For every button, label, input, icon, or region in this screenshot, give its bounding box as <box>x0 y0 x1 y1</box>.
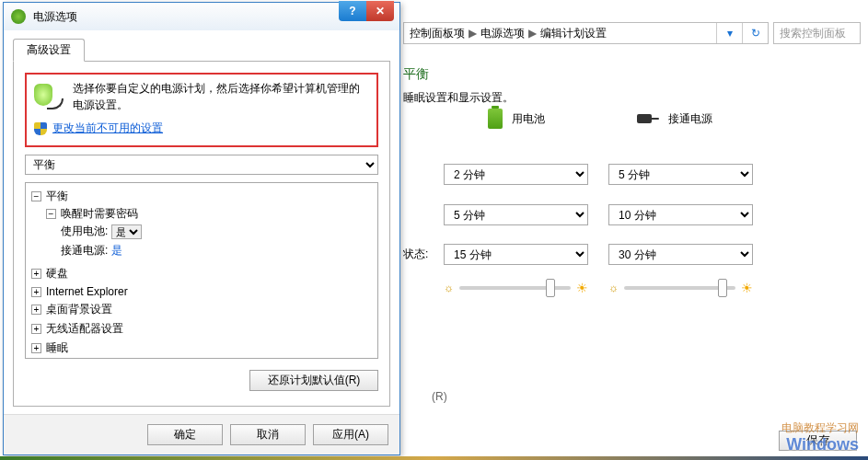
tree-node-harddisk[interactable]: +硬盘 <box>31 264 374 283</box>
tab-advanced-settings[interactable]: 高级设置 <box>13 39 85 62</box>
column-battery-label: 用电池 <box>512 111 545 127</box>
dialog-footer: 确定 取消 应用(A) <box>4 414 399 454</box>
tree-node-desktop-bg[interactable]: +桌面背景设置 <box>31 300 374 319</box>
save-button[interactable]: 保存 <box>779 431 857 451</box>
brightness-low-icon: ☼ <box>444 282 454 294</box>
expand-icon[interactable]: + <box>31 305 41 315</box>
shield-icon <box>34 122 47 135</box>
breadcrumb-item[interactable]: 电源选项 <box>480 26 525 41</box>
chevron-right-icon: ▶ <box>528 27 537 40</box>
row-label-status: 状态: <box>403 247 428 262</box>
power-plan-icon <box>34 80 64 109</box>
expand-icon[interactable]: + <box>31 324 41 334</box>
brightness-high-icon: ☀ <box>741 281 753 295</box>
brightness-sliders: ☼ ☀ ☼ ☀ <box>444 281 753 295</box>
dialog-titlebar[interactable]: 电源选项 ? ✕ <box>4 3 399 30</box>
tree-node-usb[interactable]: +USB 设置 <box>31 358 374 359</box>
breadcrumb-item[interactable]: 编辑计划设置 <box>540 26 607 41</box>
tree-node-sleep[interactable]: +睡眠 <box>31 339 374 358</box>
expand-icon[interactable]: + <box>31 269 41 279</box>
plug-icon <box>637 112 659 125</box>
select-display-off-ac[interactable]: 5 分钟 <box>608 164 753 185</box>
chevron-right-icon: ▶ <box>469 27 477 40</box>
bg-settings-hint: (R) <box>432 390 447 403</box>
tree-leaf-password-battery[interactable]: 使用电池: 是 <box>61 222 374 241</box>
collapse-icon[interactable]: − <box>46 209 56 219</box>
power-options-dialog: 电源选项 ? ✕ 高级设置 选择你要自定义的电源计划，然后选择你希望计算机管理的… <box>3 2 400 455</box>
power-plan-combo[interactable]: 平衡 <box>25 155 378 175</box>
brightness-slider-battery[interactable] <box>459 286 571 290</box>
column-ac-label: 接通电源 <box>668 111 712 127</box>
select-status-battery[interactable]: 15 分钟 <box>444 244 588 265</box>
select-sleep-ac[interactable]: 10 分钟 <box>608 204 753 225</box>
cancel-button[interactable]: 取消 <box>230 424 306 445</box>
collapse-icon[interactable]: − <box>31 191 41 201</box>
ok-button[interactable]: 确定 <box>147 424 223 445</box>
tree-node-ie[interactable]: +Internet Explorer <box>31 283 374 300</box>
refresh-button[interactable]: ↻ <box>742 23 768 43</box>
select-display-off-battery[interactable]: 2 分钟 <box>444 164 588 185</box>
highlighted-section: 选择你要自定义的电源计划，然后选择你希望计算机管理的电源设置。 更改当前不可用的… <box>25 73 378 147</box>
tree-node-plan[interactable]: −平衡 −唤醒时需要密码 使用电池: 是 接 <box>31 187 374 264</box>
address-bar: 控制面板项 ▶ 电源选项 ▶ 编辑计划设置 ▾ ↻ <box>403 22 769 44</box>
tree-node-password[interactable]: −唤醒时需要密码 使用电池: 是 接通电源: 是 <box>46 204 374 262</box>
page-subtitle: 睡眠设置和显示设置。 <box>403 90 514 106</box>
change-unavailable-settings-link[interactable]: 更改当前不可用的设置 <box>52 121 163 136</box>
brightness-slider-ac[interactable] <box>624 286 735 290</box>
expand-icon[interactable]: + <box>31 287 41 297</box>
select-sleep-battery[interactable]: 5 分钟 <box>444 204 588 225</box>
dialog-description: 选择你要自定义的电源计划，然后选择你希望计算机管理的电源设置。 <box>73 80 369 113</box>
dropdown-icon[interactable]: ▾ <box>716 23 742 43</box>
apply-button[interactable]: 应用(A) <box>313 424 388 445</box>
search-placeholder: 搜索控制面板 <box>780 26 846 41</box>
column-headers: 用电池 接通电源 <box>488 109 712 129</box>
taskbar <box>0 456 868 460</box>
select-status-ac[interactable]: 30 分钟 <box>608 244 753 265</box>
brightness-high-icon: ☀ <box>576 281 588 295</box>
tree-node-wireless[interactable]: +无线适配器设置 <box>31 319 374 339</box>
tree-leaf-password-ac[interactable]: 接通电源: 是 <box>61 241 374 260</box>
battery-icon <box>488 109 503 129</box>
restore-defaults-button[interactable]: 还原计划默认值(R) <box>249 370 378 391</box>
help-button[interactable]: ? <box>339 1 366 21</box>
page-title: 平衡 <box>403 66 429 83</box>
password-battery-select[interactable]: 是 <box>111 224 142 239</box>
close-button[interactable]: ✕ <box>366 1 394 21</box>
brightness-low-icon: ☼ <box>608 282 619 294</box>
breadcrumb[interactable]: 控制面板项 ▶ 电源选项 ▶ 编辑计划设置 <box>404 23 716 43</box>
search-input[interactable]: 搜索控制面板 <box>773 22 861 44</box>
power-icon <box>11 9 26 24</box>
expand-icon[interactable]: + <box>31 343 41 353</box>
settings-tree[interactable]: −平衡 −唤醒时需要密码 使用电池: 是 接 <box>25 182 378 359</box>
breadcrumb-item[interactable]: 控制面板项 <box>410 26 465 41</box>
